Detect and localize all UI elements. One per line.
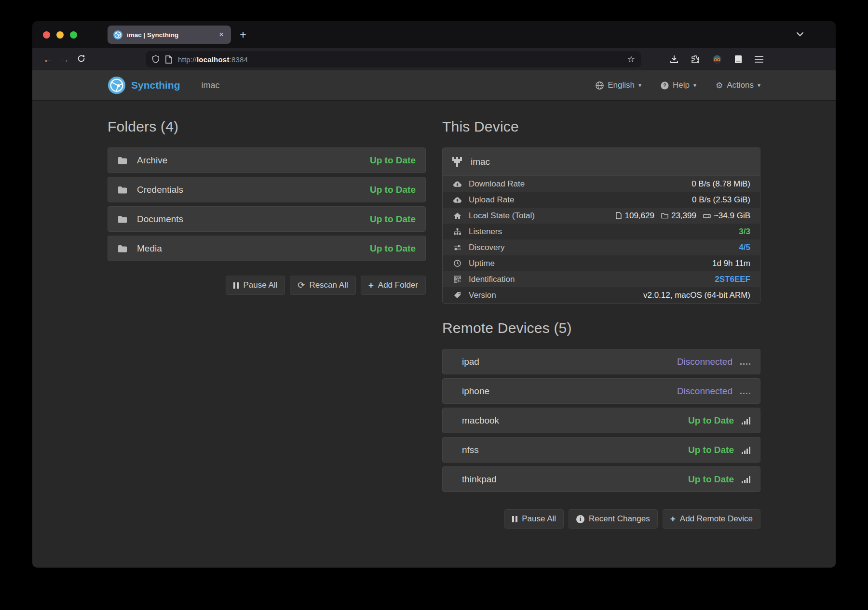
version-value: v2.0.12, macOS (64-bit ARM): [643, 291, 750, 300]
chevron-down-icon: ▾: [693, 82, 696, 89]
syncthing-logo-icon: [108, 76, 126, 94]
browser-tab[interactable]: imac | Syncthing ×: [108, 26, 231, 44]
listeners-value: 3/3: [739, 227, 750, 237]
actions-menu[interactable]: ⚙ Actions ▾: [716, 80, 760, 91]
download-rate-row: Download Rate 0 B/s (8.78 MiB): [443, 176, 760, 192]
add-remote-device-button[interactable]: +Add Remote Device: [663, 509, 760, 529]
identification-link[interactable]: 2ST6EEF: [715, 275, 750, 284]
minimize-window-button[interactable]: [56, 31, 64, 39]
help-menu[interactable]: ? Help ▾: [661, 80, 696, 90]
zoom-window-button[interactable]: [70, 31, 77, 39]
local-files-count: 109,629: [624, 211, 654, 221]
pause-icon: [512, 516, 517, 522]
remote-device-name: macbook: [462, 415, 499, 426]
local-size: ~34.9 GiB: [714, 211, 750, 221]
remote-device-row[interactable]: nfss Up to Date: [442, 437, 760, 463]
folder-row[interactable]: Archive Up to Date: [108, 147, 426, 173]
this-device-title: This Device: [442, 119, 760, 135]
profile-avatar-icon[interactable]: [712, 54, 722, 64]
shield-icon[interactable]: [152, 55, 160, 64]
folder-name: Credentials: [137, 185, 183, 195]
syncthing-navbar: Syncthing imac English ▾ ? Help ▾: [32, 70, 836, 101]
help-menu-label: Help: [673, 80, 690, 90]
recent-changes-button[interactable]: iRecent Changes: [569, 509, 658, 529]
hard-drive-icon: [703, 213, 711, 219]
gear-icon: ⚙: [716, 80, 723, 91]
brand-name: Syncthing: [131, 80, 180, 91]
discovery-value[interactable]: 4/5: [739, 243, 750, 252]
remote-device-name: thinkpad: [462, 474, 497, 485]
this-device-panel: imac Download Rate 0 B/s (8.78 MiB) Uplo…: [442, 147, 760, 304]
remote-device-row[interactable]: macbook Up to Date: [442, 408, 760, 433]
screen: imac | Syncthing × + ← → http://: [0, 0, 868, 610]
upload-rate-value[interactable]: 0 B/s (2.53 GiB): [692, 195, 750, 205]
bookmark-star-icon[interactable]: ☆: [627, 54, 635, 65]
uptime-value: 1d 9h 11m: [712, 259, 750, 268]
cloud-upload-icon: [452, 197, 462, 203]
remote-device-status: Up to Date: [688, 445, 734, 455]
qrcode-icon: [452, 276, 462, 283]
plus-icon: +: [670, 514, 676, 524]
remote-device-status: Disconnected: [677, 386, 732, 397]
folder-icon: [118, 245, 127, 252]
list-tabs-chevron-icon[interactable]: [796, 30, 804, 39]
folder-icon: [118, 186, 127, 194]
reload-button[interactable]: [73, 54, 89, 65]
remote-device-row[interactable]: thinkpad Up to Date: [442, 466, 760, 492]
remote-device-row[interactable]: ipad Disconnected: [442, 349, 760, 374]
page-info-icon[interactable]: [165, 55, 172, 64]
navbar-device-name: imac: [202, 80, 220, 91]
extensions-puzzle-icon[interactable]: [691, 55, 700, 64]
toolbar-right-icons: [670, 54, 763, 64]
url-text[interactable]: http://localhost:8384: [178, 55, 624, 64]
url-host: localhost: [197, 55, 230, 64]
reader-view-icon[interactable]: [734, 55, 742, 64]
directory-icon: [661, 212, 668, 219]
folder-row[interactable]: Media Up to Date: [108, 236, 426, 261]
remote-device-status: Up to Date: [688, 474, 734, 485]
folder-name: Documents: [137, 214, 183, 225]
tab-strip: imac | Syncthing × +: [32, 21, 836, 48]
folder-status: Up to Date: [370, 214, 416, 225]
tab-close-icon[interactable]: ×: [217, 30, 225, 40]
url-port: :8384: [230, 55, 248, 64]
home-icon: [452, 212, 462, 220]
url-bar[interactable]: http://localhost:8384 ☆: [146, 51, 641, 67]
remote-devices-buttons: Pause All iRecent Changes +Add Remote De…: [442, 509, 760, 529]
question-circle-icon: ?: [661, 81, 669, 90]
identification-row: Identification 2ST6EEF: [443, 271, 760, 287]
hamburger-menu-icon[interactable]: [755, 56, 763, 63]
download-rate-value[interactable]: 0 B/s (8.78 MiB): [692, 179, 750, 189]
add-folder-button[interactable]: +Add Folder: [361, 276, 426, 295]
back-button[interactable]: ←: [40, 53, 56, 65]
forward-button[interactable]: →: [56, 53, 73, 65]
this-device-header[interactable]: imac: [443, 148, 760, 176]
folder-row[interactable]: Credentials Up to Date: [108, 177, 426, 202]
device-identicon: [452, 157, 462, 167]
close-window-button[interactable]: [43, 31, 50, 39]
folder-row[interactable]: Documents Up to Date: [108, 206, 426, 232]
main-content: Folders (4) Archive Up to Date Credentia…: [32, 101, 836, 529]
new-tab-button[interactable]: +: [240, 28, 246, 41]
pause-all-devices-button[interactable]: Pause All: [504, 509, 564, 529]
pause-icon: [233, 282, 239, 289]
pause-all-folders-button[interactable]: Pause All: [226, 276, 285, 295]
remote-device-row[interactable]: iphone Disconnected: [442, 378, 760, 404]
signal-strength-icon: [742, 417, 750, 424]
rescan-all-button[interactable]: ⟳Rescan All: [290, 276, 355, 295]
remote-device-status: Up to Date: [688, 415, 734, 426]
remote-devices-title: Remote Devices (5): [442, 320, 760, 336]
downloads-icon[interactable]: [670, 55, 678, 64]
plus-icon: +: [368, 280, 374, 291]
devices-column: This Device imac Download Rate 0 B/s (8.…: [442, 101, 760, 529]
remote-device-status: Disconnected: [677, 357, 732, 367]
refresh-icon: ⟳: [298, 280, 305, 291]
this-device-table: Download Rate 0 B/s (8.78 MiB) Upload Ra…: [443, 176, 760, 303]
language-menu[interactable]: English ▾: [596, 80, 641, 90]
language-menu-label: English: [608, 80, 635, 90]
syncthing-brand[interactable]: Syncthing: [108, 76, 180, 94]
signal-strength-icon: [740, 387, 750, 395]
cloud-download-icon: [452, 181, 462, 187]
syncthing-favicon-icon: [113, 30, 122, 40]
signal-strength-icon: [740, 358, 750, 366]
